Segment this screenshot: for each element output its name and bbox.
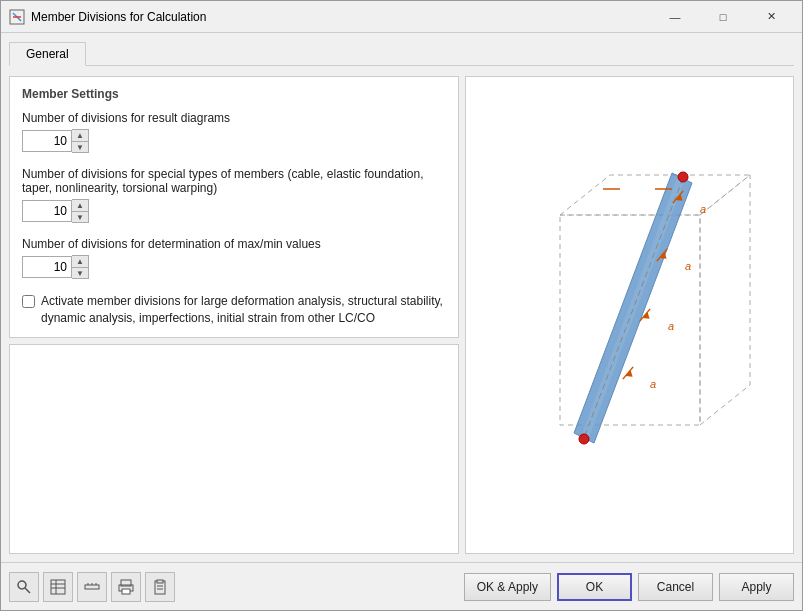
spinner-2: 10 ▲ ▼ (22, 199, 446, 223)
footer-icon-table[interactable] (43, 572, 73, 602)
diagram-container: a a a (476, 87, 783, 543)
svg-point-22 (579, 434, 589, 444)
window-controls: — □ ✕ (652, 5, 794, 29)
spinner1-down[interactable]: ▼ (72, 141, 88, 152)
checkbox-group: Activate member divisions for large defo… (22, 293, 446, 327)
diagram-svg: a a a (500, 155, 760, 475)
main-split: Member Settings Number of divisions for … (9, 76, 794, 554)
spinner2-up[interactable]: ▲ (72, 200, 88, 211)
spinner-1: 10 ▲ ▼ (22, 129, 446, 153)
svg-text:a: a (700, 203, 706, 215)
minimize-button[interactable]: — (652, 5, 698, 29)
spinner1-buttons: ▲ ▼ (72, 129, 89, 153)
spinner3-buttons: ▲ ▼ (72, 255, 89, 279)
field-group-3: Number of divisions for determination of… (22, 237, 446, 279)
cancel-button[interactable]: Cancel (638, 573, 713, 601)
checkbox-label: Activate member divisions for large defo… (41, 293, 446, 327)
left-panel: Member Settings Number of divisions for … (9, 76, 459, 554)
ok-button[interactable]: OK (557, 573, 632, 601)
field1-label: Number of divisions for result diagrams (22, 111, 446, 125)
svg-text:a: a (650, 378, 656, 390)
ok-apply-button[interactable]: OK & Apply (464, 573, 551, 601)
close-button[interactable]: ✕ (748, 5, 794, 29)
tab-general[interactable]: General (9, 42, 86, 66)
window-icon (9, 9, 25, 25)
spinner3-down[interactable]: ▼ (72, 267, 88, 278)
svg-line-26 (25, 588, 30, 593)
footer-icon-search[interactable] (9, 572, 39, 602)
svg-point-21 (678, 172, 688, 182)
svg-text:a: a (668, 320, 674, 332)
field3-input[interactable]: 10 (22, 256, 72, 278)
spinner2-down[interactable]: ▼ (72, 211, 88, 222)
right-panel: a a a (465, 76, 794, 554)
footer: OK & Apply OK Cancel Apply (1, 562, 802, 610)
spinner1-up[interactable]: ▲ (72, 130, 88, 141)
maximize-button[interactable]: □ (700, 5, 746, 29)
member-settings-section: Member Settings Number of divisions for … (9, 76, 459, 338)
svg-rect-37 (122, 589, 130, 594)
svg-rect-39 (157, 580, 163, 583)
field-group-2: Number of divisions for special types of… (22, 167, 446, 223)
empty-section (9, 344, 459, 554)
svg-text:a: a (685, 260, 691, 272)
svg-marker-4 (560, 175, 750, 215)
footer-buttons: OK & Apply OK Cancel Apply (464, 573, 794, 601)
spinner2-buttons: ▲ ▼ (72, 199, 89, 223)
svg-marker-5 (700, 175, 750, 425)
svg-line-19 (622, 367, 632, 379)
footer-icon-measure[interactable] (77, 572, 107, 602)
footer-icon-clipboard[interactable] (145, 572, 175, 602)
window-title: Member Divisions for Calculation (31, 10, 652, 24)
titlebar: Member Divisions for Calculation — □ ✕ (1, 1, 802, 33)
apply-button[interactable]: Apply (719, 573, 794, 601)
spinner3-up[interactable]: ▲ (72, 256, 88, 267)
field-group-1: Number of divisions for result diagrams … (22, 111, 446, 153)
checkbox-row: Activate member divisions for large defo… (22, 293, 446, 327)
main-window: Member Divisions for Calculation — □ ✕ G… (0, 0, 803, 611)
svg-rect-31 (85, 585, 99, 589)
svg-rect-27 (51, 580, 65, 594)
footer-icon-print[interactable] (111, 572, 141, 602)
field1-input[interactable]: 10 (22, 130, 72, 152)
svg-point-25 (18, 581, 26, 589)
spinner-3: 10 ▲ ▼ (22, 255, 446, 279)
field2-input[interactable]: 10 (22, 200, 72, 222)
section-title: Member Settings (22, 87, 446, 101)
tab-bar: General (9, 41, 794, 66)
footer-icons (9, 572, 464, 602)
content-area: General Member Settings Number of divisi… (1, 33, 802, 562)
field2-label: Number of divisions for special types of… (22, 167, 446, 195)
activate-checkbox[interactable] (22, 295, 35, 308)
field3-label: Number of divisions for determination of… (22, 237, 446, 251)
